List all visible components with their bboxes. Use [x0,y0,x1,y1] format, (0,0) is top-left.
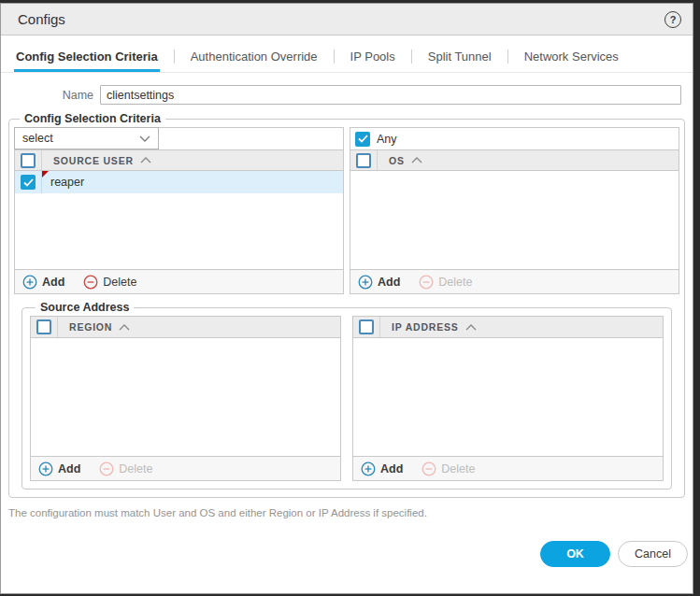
os-any-checkbox[interactable] [355,132,370,147]
delete-button: Delete [421,461,475,476]
add-icon [38,461,53,476]
source-user-column-header[interactable]: SOURCE USER [42,150,151,170]
delete-button: Delete [419,275,472,290]
column-title: OS [389,155,405,166]
ip-address-header-row: IP ADDRESS [353,317,663,338]
source-user-cell: reaper [42,171,343,193]
column-title: SOURCE USER [53,155,134,166]
os-column-header[interactable]: OS [378,150,422,170]
source-user-header-row: SOURCE USER [15,149,343,171]
match-rule-note: The configuration must match User and OS… [8,507,685,518]
dialog-titlebar: Configs ? [1,4,693,35]
add-button[interactable]: Add [361,461,403,476]
delete-icon [419,275,434,290]
region-table-body [31,338,340,456]
ok-button[interactable]: OK [540,541,610,567]
select-value: select [22,132,139,145]
tab-separator [334,50,335,64]
tab-separator [507,50,508,64]
ip-address-column-header[interactable]: IP ADDRESS [380,317,477,337]
tab-bar: Config Selection Criteria Authentication… [1,35,693,73]
delete-icon [83,275,98,290]
dialog-footer: OK Cancel [1,541,693,567]
dialog-title: Configs [18,11,65,27]
source-address-legend: Source Address [36,301,134,314]
os-header-row: OS [350,149,679,171]
add-icon [358,275,373,290]
os-any-row: Any [350,128,679,149]
name-label: Name [1,89,100,102]
tab-separator [174,50,175,64]
row-checkbox[interactable] [21,175,36,190]
name-input[interactable] [100,85,681,105]
region-column-header[interactable]: REGION [58,317,130,337]
modified-flag-icon [42,171,49,177]
source-user-filter-select[interactable]: select [14,127,159,149]
os-footer: Add Delete [350,269,679,293]
cancel-button[interactable]: Cancel [618,541,688,567]
source-address-group: Source Address REGION [21,301,672,490]
source-user-select-all-checkbox[interactable] [21,153,36,168]
delete-icon [99,461,114,476]
tab-network-services[interactable]: Network Services [522,50,621,72]
region-table: REGION Add [30,316,341,481]
source-user-toolbar: select [15,128,343,149]
table-row[interactable]: reaper [15,171,343,193]
source-user-table: select SOURCE USER [14,127,344,294]
column-title: IP ADDRESS [392,321,459,333]
delete-icon [421,461,436,476]
source-user-table-body: reaper [15,171,343,269]
ip-address-table-body [353,338,663,456]
tab-config-selection-criteria[interactable]: Config Selection Criteria [14,50,160,72]
configs-dialog: Configs ? Config Selection Criteria Auth… [0,3,693,594]
source-user-footer: Add Delete [15,269,343,293]
delete-button: Delete [99,461,152,476]
os-table: Any OS [350,127,679,294]
tab-authentication-override[interactable]: Authentication Override [189,50,320,72]
ip-address-footer: Add Delete [353,456,663,480]
delete-button[interactable]: Delete [83,275,136,290]
help-icon[interactable]: ? [664,11,681,28]
cell-text: reaper [50,176,84,189]
add-icon [361,461,376,476]
add-button[interactable]: Add [22,275,64,290]
os-select-all-checkbox[interactable] [356,153,371,168]
add-button[interactable]: Add [38,461,80,476]
tab-ip-pools[interactable]: IP Pools [349,50,397,72]
sort-asc-icon [119,324,130,331]
os-any-label: Any [377,133,397,146]
column-title: REGION [69,321,112,333]
tab-split-tunnel[interactable]: Split Tunnel [426,50,493,72]
config-selection-criteria-legend: Config Selection Criteria [20,112,165,125]
chevron-down-icon [139,135,150,142]
ip-address-select-all-checkbox[interactable] [359,319,374,334]
region-header-row: REGION [31,317,340,338]
os-table-body [350,171,679,269]
tab-separator [411,50,412,64]
sort-asc-icon [140,157,151,163]
region-select-all-checkbox[interactable] [36,319,51,334]
add-button[interactable]: Add [358,275,400,290]
config-selection-criteria-group: Config Selection Criteria select [8,112,685,498]
sort-asc-icon [411,157,422,163]
region-footer: Add Delete [31,456,340,480]
add-icon [22,275,37,290]
sort-asc-icon [465,324,477,331]
name-row: Name [1,85,693,105]
ip-address-table: IP ADDRESS Add [352,316,664,481]
